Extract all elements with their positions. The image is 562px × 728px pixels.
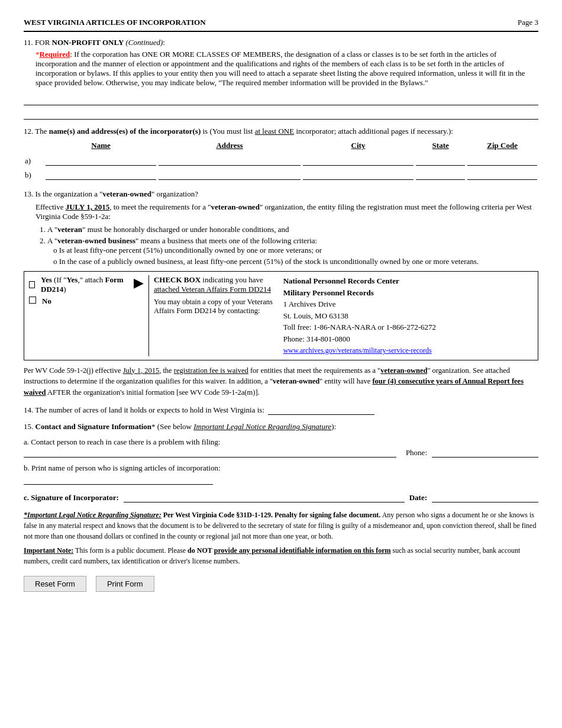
col-city-header: City [302,141,415,154]
vet-left-col: Yes (If "Yes," attach Form DD214) No [29,275,129,356]
s15-contact-a-row: a. Contact person to reach in case there… [24,437,538,458]
s15-contact-b-row: b. Print name of person who is signing a… [24,463,538,487]
yes-row: Yes (If "Yes," attach Form DD214) [29,275,129,294]
no-checkbox[interactable] [29,297,36,304]
section-13: 13. Is the organization a "veteran-owned… [24,189,538,398]
date-field [432,493,538,502]
row-a-zip [466,154,538,168]
section-11-label: 11. FOR [24,38,52,47]
important-note: Important Note: This form is a public do… [24,545,538,566]
row-b-city [302,168,415,182]
section-11-continued: (Continued) [126,38,163,47]
row-a-label: a) [24,154,44,168]
required-body: : If the corporation has ONE OR MORE CLA… [35,50,525,87]
center-toll: Toll free: 1-86-NARA-NARA or 1-866-272-6… [283,323,436,331]
s13-effective: Effective JULY 1, 2015, to meet the requ… [35,202,538,221]
contact-a-field [24,448,396,458]
legal-italic-bold: *Important Legal Notice Regarding Signat… [24,511,162,519]
form-title: WEST VIRGINIA ARTICLES OF INCORPORATION [24,18,206,27]
sig-label: c. Signature of Incorporator: [24,493,119,502]
row-a-name [44,154,157,168]
vet-middle-col: CHECK BOX indicating you have attached V… [148,275,279,356]
s14-label: 14. The number of acres of land it holds… [24,405,264,415]
contact-info-block: National Personnel Records Center Milita… [283,275,533,356]
input-line-2 [24,110,538,120]
yes-checkbox[interactable] [29,281,35,288]
center-link[interactable]: www.archives.gov/veterans/military-servi… [283,346,432,355]
center-addr1: 1 Archives Drive [283,299,336,308]
section-11-title: 11. FOR NON-PROFIT ONLY (Continued): [24,38,538,47]
s13-list: A "veteran" must be honorably discharged… [35,225,538,266]
incorporator-table: Name Address City State Zip Code a) b) [24,141,538,182]
section-12: 12. The name(s) and address(es) of the i… [24,127,538,182]
section-15: 15. Contact and Signature Information* (… [24,422,538,502]
s15-title: 15. Contact and Signature Information* (… [24,422,538,431]
phone-label: Phone: [401,448,427,458]
center-addr2: St. Louis, MO 63138 [283,311,348,320]
button-row: Reset Form Print Form [24,576,538,592]
row-b-zip [466,168,538,182]
row-a-address [157,154,302,168]
legal-notice: *Important Legal Notice Regarding Signat… [24,510,538,542]
required-star: *Required [35,50,70,59]
row-b-address [157,168,302,182]
important-note-label: Important Note: [24,546,73,555]
right-arrow-icon: ▶ [134,275,144,291]
print-button[interactable]: Print Form [96,576,154,592]
col-state-header: State [415,141,466,154]
print-name-field [24,475,213,485]
incorporator-row-a: a) [24,154,538,168]
acres-input-line [268,405,374,415]
section-11: 11. FOR NON-PROFIT ONLY (Continued): *Re… [24,38,538,120]
important-note-text: This form is a public document. Please d… [24,546,520,565]
yes-label: Yes (If "Yes," attach Form DD214) [41,275,129,294]
center-name: National Personnel Records Center [283,276,399,285]
s13-title: 13. Is the organization a "veteran-owned… [24,189,538,199]
s15-contact-a-label: a. Contact person to reach in case there… [24,437,220,447]
row-b-state [415,168,466,182]
center-sub: Military Personnel Records [283,288,374,297]
checkbox-text-row: CHECK BOX indicating you have attached V… [154,275,274,294]
legal-bold: Per West Virginia Code §31D-1-129. Penal… [162,511,381,519]
s12-bold: name(s) and address(es) of the incorpora… [49,127,201,136]
s13-veteran-bold: veteran-owned [103,189,151,198]
s12-rest: is (You must list at least ONE incorpora… [201,127,453,136]
vet-right-col: National Personnel Records Center Milita… [279,275,533,356]
arrow-col: ▶ [129,275,148,356]
section-11-bold: NON-PROFIT ONLY [52,38,124,47]
no-row: No [29,297,129,306]
reset-button[interactable]: Reset Form [24,576,86,592]
s15-sig-row: c. Signature of Incorporator: Date: [24,493,538,502]
veteran-checkbox-section: Yes (If "Yes," attach Form DD214) No ▶ C… [24,271,538,360]
col-zip-header: Zip Code [466,141,538,154]
page-number: Page 3 [518,18,538,27]
s14-row: 14. The number of acres of land it holds… [24,405,538,415]
section-11-required: *Required: If the corporation has ONE OR… [35,50,538,88]
date-label: Date: [409,493,427,502]
s12-label: 12. The [24,127,49,136]
obtain-text: You may obtain a copy of your Veterans A… [154,298,274,315]
row-b-name [44,168,157,182]
col-blank [24,141,44,154]
s15-contact-b-label: b. Print name of person who is signing a… [24,463,538,473]
section-12-title: 12. The name(s) and address(es) of the i… [24,127,538,136]
phone-field [432,448,538,458]
input-line-1 [24,96,538,105]
row-b-label: b) [24,168,44,182]
blank-lines [24,96,538,120]
page-header: WEST VIRGINIA ARTICLES OF INCORPORATION … [24,18,538,32]
col-address-header: Address [157,141,302,154]
sig-field [124,493,405,502]
center-phone: Phone: 314-801-0800 [283,334,350,343]
waiver-text: Per WV Code 59-1-2(j) effective July 1, … [24,365,538,398]
section-14: 14. The number of acres of land it holds… [24,405,538,415]
col-name-header: Name [44,141,157,154]
row-a-city [302,154,415,168]
incorporator-row-b: b) [24,168,538,182]
no-content: No [42,297,51,306]
row-a-state [415,154,466,168]
